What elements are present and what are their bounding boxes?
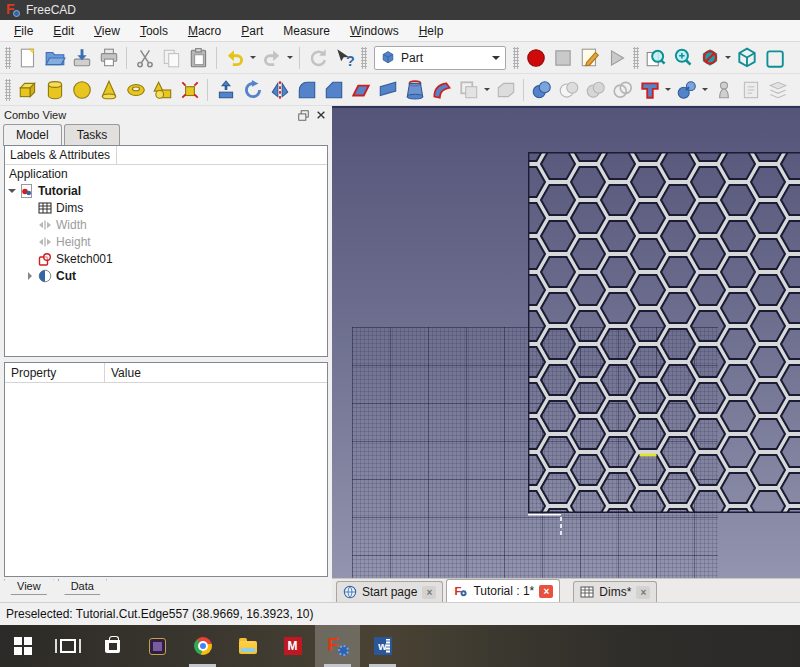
menu-file[interactable]: File xyxy=(4,21,43,41)
globe-icon xyxy=(343,585,357,599)
float-panel-icon[interactable] xyxy=(296,108,310,122)
refresh-icon[interactable] xyxy=(304,44,331,71)
toolbar-handle[interactable] xyxy=(361,47,367,69)
sweep-icon[interactable] xyxy=(428,76,455,103)
compound-dropdown-icon[interactable] xyxy=(663,76,673,103)
fillet-icon[interactable] xyxy=(293,76,320,103)
join-icon[interactable] xyxy=(673,76,700,103)
tab-view[interactable]: View xyxy=(4,579,54,595)
menu-view[interactable]: View xyxy=(84,21,130,41)
tree-item-tutorial[interactable]: Tutorial xyxy=(5,182,327,199)
sphere-icon[interactable] xyxy=(68,76,95,103)
shape-builder-icon[interactable] xyxy=(176,76,203,103)
mdi-tab-start-page[interactable]: Start page × xyxy=(336,581,443,602)
compound-icon[interactable] xyxy=(636,76,663,103)
menu-macro[interactable]: Macro xyxy=(178,21,231,41)
tree-item-width[interactable]: Width xyxy=(5,216,327,233)
offset-icon[interactable] xyxy=(455,76,482,103)
close-panel-icon[interactable] xyxy=(314,108,328,122)
tree-item-height[interactable]: Height xyxy=(5,233,327,250)
thickness-icon[interactable] xyxy=(492,76,519,103)
revolve-icon[interactable] xyxy=(239,76,266,103)
collapse-icon[interactable] xyxy=(23,272,37,280)
toolbar-handle[interactable] xyxy=(5,47,11,69)
tree-item-sketch001[interactable]: Sketch001 xyxy=(5,250,327,267)
draw-style-icon[interactable] xyxy=(696,44,723,71)
primitives-icon[interactable] xyxy=(149,76,176,103)
draw-style-dropdown-icon[interactable] xyxy=(723,44,733,71)
redo-dropdown-icon[interactable] xyxy=(285,44,295,71)
loft-icon[interactable] xyxy=(401,76,428,103)
m-app-button[interactable]: M xyxy=(270,625,315,667)
cylinder-icon[interactable] xyxy=(41,76,68,103)
word-button[interactable]: w xyxy=(360,625,405,667)
torus-icon[interactable] xyxy=(122,76,149,103)
save-icon[interactable] xyxy=(68,44,95,71)
boolean-icon[interactable] xyxy=(528,76,555,103)
tree-item-cut[interactable]: Cut xyxy=(5,267,327,284)
boolean-union-icon[interactable] xyxy=(582,76,609,103)
boolean-cut-icon[interactable] xyxy=(555,76,582,103)
toolbar-handle[interactable] xyxy=(633,47,639,69)
extrude-icon[interactable] xyxy=(212,76,239,103)
toolbar-handle[interactable] xyxy=(5,79,11,101)
redo-icon[interactable] xyxy=(258,44,285,71)
expand-icon[interactable] xyxy=(5,185,19,197)
make-face-icon[interactable] xyxy=(347,76,374,103)
check-geometry-icon[interactable] xyxy=(710,76,737,103)
workbench-selector[interactable]: Part xyxy=(374,46,506,70)
print-icon[interactable] xyxy=(95,44,122,71)
macro-edit-icon[interactable] xyxy=(576,44,603,71)
menu-help[interactable]: Help xyxy=(409,21,454,41)
ruled-surface-icon[interactable] xyxy=(374,76,401,103)
isometric-view-icon[interactable] xyxy=(733,44,760,71)
menu-windows[interactable]: Windows xyxy=(340,21,409,41)
chamfer-icon[interactable] xyxy=(320,76,347,103)
menu-tools[interactable]: Tools xyxy=(130,21,178,41)
freecad-taskbar-button[interactable]: F xyxy=(315,625,360,667)
toolbar-handle[interactable] xyxy=(513,47,519,69)
undo-dropdown-icon[interactable] xyxy=(248,44,258,71)
close-tab-icon[interactable]: × xyxy=(422,586,436,599)
close-tab-icon[interactable]: × xyxy=(539,585,553,598)
fit-all-icon[interactable] xyxy=(642,44,669,71)
3d-viewport[interactable] xyxy=(332,106,800,578)
macro-record-icon[interactable] xyxy=(522,44,549,71)
close-tab-icon[interactable]: × xyxy=(636,586,650,599)
whats-this-icon[interactable]: ? xyxy=(331,44,358,71)
box-icon[interactable] xyxy=(14,76,41,103)
undo-icon[interactable] xyxy=(221,44,248,71)
chrome-button[interactable] xyxy=(180,625,225,667)
tree-root-application[interactable]: Application xyxy=(5,165,327,182)
task-view-button[interactable] xyxy=(45,625,90,667)
purple-app-button[interactable] xyxy=(135,625,180,667)
tab-data[interactable]: Data xyxy=(58,579,107,595)
mirror-icon[interactable] xyxy=(266,76,293,103)
tab-model[interactable]: Model xyxy=(3,124,62,146)
cross-section-icon[interactable] xyxy=(764,76,791,103)
zoom-in-icon[interactable] xyxy=(669,44,696,71)
cut-icon[interactable] xyxy=(131,44,158,71)
open-file-icon[interactable] xyxy=(41,44,68,71)
macro-play-icon[interactable] xyxy=(603,44,630,71)
defeaturing-icon[interactable] xyxy=(737,76,764,103)
macro-stop-icon[interactable] xyxy=(549,44,576,71)
mdi-tab-tutorial[interactable]: F Tutorial : 1* × xyxy=(446,579,560,602)
tab-tasks[interactable]: Tasks xyxy=(64,124,121,145)
new-file-icon[interactable] xyxy=(14,44,41,71)
menu-part[interactable]: Part xyxy=(231,21,273,41)
boolean-intersection-icon[interactable] xyxy=(609,76,636,103)
tree-item-dims[interactable]: Dims xyxy=(5,199,327,216)
join-dropdown-icon[interactable] xyxy=(700,76,710,103)
paste-icon[interactable] xyxy=(185,44,212,71)
start-button[interactable] xyxy=(0,625,45,667)
mdi-tab-dims[interactable]: Dims* × xyxy=(573,581,657,602)
store-button[interactable] xyxy=(90,625,135,667)
cone-icon[interactable] xyxy=(95,76,122,103)
file-explorer-button[interactable] xyxy=(225,625,270,667)
menu-edit[interactable]: Edit xyxy=(43,21,84,41)
copy-icon[interactable] xyxy=(158,44,185,71)
offset-dropdown-icon[interactable] xyxy=(482,76,492,103)
menu-measure[interactable]: Measure xyxy=(273,21,340,41)
axonometric-icon[interactable] xyxy=(760,44,787,71)
